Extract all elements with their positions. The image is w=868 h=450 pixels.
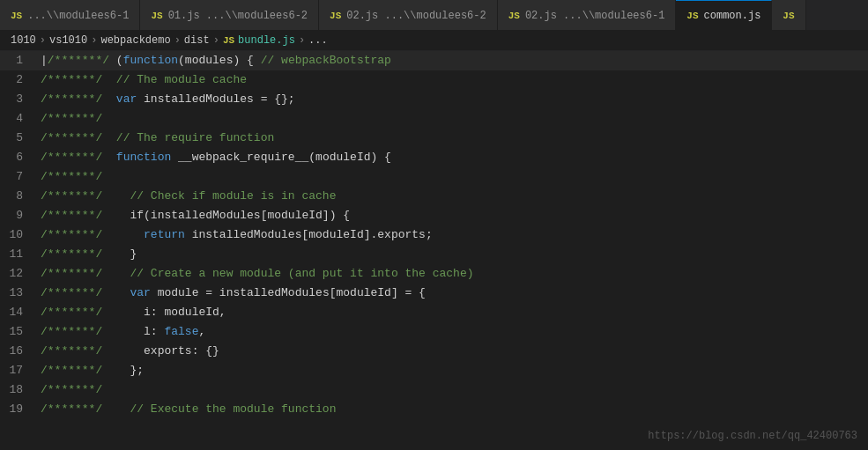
line-num-1: 1: [0, 51, 37, 70]
line-content-6: /*******/ function __webpack_require__(m…: [37, 148, 868, 167]
code-line-2: 2 /*******/ // The module cache: [0, 70, 868, 90]
line-content-11: /*******/ }: [37, 245, 868, 264]
line-num-17: 17: [0, 361, 37, 380]
tab-02js-1[interactable]: JS 02.js ...\\modulees6-2: [319, 0, 498, 31]
tab-02js-2[interactable]: JS 02.js ...\\modulees6-1: [498, 0, 677, 31]
code-line-13: 13 /*******/ var module = installedModul…: [0, 284, 868, 303]
breadcrumb-ellipsis: ...: [308, 34, 328, 47]
line-num-10: 10: [0, 225, 37, 245]
line-content-18: /*******/: [37, 380, 868, 400]
line-num-9: 9: [0, 206, 37, 225]
code-line-16: 16 /*******/ exports: {}: [0, 342, 868, 361]
line-num-2: 2: [0, 70, 37, 90]
js-icon-3: JS: [330, 11, 341, 21]
tab-modulees6-1[interactable]: JS ...\\modulees6-1: [0, 0, 140, 31]
line-content-8: /*******/ // Check if module is in cache: [37, 187, 868, 206]
line-content-9: /*******/ if(installedModules[moduleId])…: [37, 206, 868, 225]
js-icon-4: JS: [508, 11, 520, 21]
js-icon-6: JS: [783, 11, 794, 21]
line-num-13: 13: [0, 284, 37, 303]
breadcrumb-vs1010: vs1010: [49, 34, 87, 47]
line-num-18: 18: [0, 380, 37, 400]
code-editor: 1 |/*******/ (function(modules) { // web…: [0, 51, 868, 446]
line-num-3: 3: [0, 90, 37, 109]
line-num-12: 12: [0, 264, 37, 284]
line-content-7: /*******/: [37, 167, 868, 187]
js-icon-2: JS: [151, 11, 162, 21]
code-line-3: 3 /*******/ var installedModules = {};: [0, 90, 868, 109]
code-line-19: 19 /*******/ // Execute the module funct…: [0, 400, 868, 419]
line-num-11: 11: [0, 245, 37, 264]
code-line-6: 6 /*******/ function __webpack_require__…: [0, 148, 868, 167]
tab-label-4: 02.js ...\\modulees6-1: [525, 10, 664, 22]
line-num-5: 5: [0, 129, 37, 148]
tab-bar: JS ...\\modulees6-1 JS 01.js ...\\module…: [0, 0, 868, 31]
watermark: https://blog.csdn.net/qq_42400763: [648, 430, 857, 442]
line-content-17: /*******/ };: [37, 361, 868, 380]
breadcrumb-webpackdemo: webpackdemo: [100, 34, 170, 47]
line-content-14: /*******/ i: moduleId,: [37, 303, 868, 322]
code-line-18: 18 /*******/: [0, 380, 868, 400]
breadcrumb-dist: dist: [184, 34, 210, 47]
breadcrumb: 1010 › vs1010 › webpackdemo › dist › JS …: [0, 31, 868, 51]
line-content-4: /*******/: [37, 109, 868, 129]
line-num-16: 16: [0, 342, 37, 361]
line-content-2: /*******/ // The module cache: [37, 70, 868, 90]
line-content-1: |/*******/ (function(modules) { // webpa…: [37, 51, 868, 70]
line-content-10: /*******/ return installedModules[module…: [37, 225, 868, 245]
code-line-14: 14 /*******/ i: moduleId,: [0, 303, 868, 322]
line-num-14: 14: [0, 303, 37, 322]
code-line-15: 15 /*******/ l: false,: [0, 322, 868, 342]
tab-label-5: common.js: [704, 10, 761, 22]
line-num-7: 7: [0, 167, 37, 187]
js-icon-1: JS: [11, 11, 22, 21]
code-line-5: 5 /*******/ // The require function: [0, 129, 868, 148]
code-line-17: 17 /*******/ };: [0, 361, 868, 380]
line-num-6: 6: [0, 148, 37, 167]
breadcrumb-filename: bundle.js: [238, 34, 295, 47]
line-content-3: /*******/ var installedModules = {};: [37, 90, 868, 109]
line-content-16: /*******/ exports: {}: [37, 342, 868, 361]
js-icon-5: JS: [686, 11, 698, 21]
line-num-4: 4: [0, 109, 37, 129]
tab-label-3: 02.js ...\\modulees6-2: [346, 10, 486, 22]
code-line-4: 4 /*******/: [0, 109, 868, 129]
code-line-11: 11 /*******/ }: [0, 245, 868, 264]
breadcrumb-js-icon: JS: [223, 35, 234, 46]
code-line-12: 12 /*******/ // Create a new module (and…: [0, 264, 868, 284]
line-content-13: /*******/ var module = installedModules[…: [37, 284, 868, 303]
line-num-15: 15: [0, 322, 37, 342]
line-content-15: /*******/ l: false,: [37, 322, 868, 342]
code-line-8: 8 /*******/ // Check if module is in cac…: [0, 187, 868, 206]
line-content-12: /*******/ // Create a new module (and pu…: [37, 264, 868, 284]
line-content-5: /*******/ // The require function: [37, 129, 868, 148]
line-content-19: /*******/ // Execute the module function: [37, 400, 868, 419]
line-num-8: 8: [0, 187, 37, 206]
code-line-7: 7 /*******/: [0, 167, 868, 187]
breadcrumb-1010: 1010: [11, 34, 36, 47]
tab-extra[interactable]: JS: [772, 0, 805, 31]
line-num-19: 19: [0, 400, 37, 419]
code-line-1: 1 |/*******/ (function(modules) { // web…: [0, 51, 868, 70]
tab-01js[interactable]: JS 01.js ...\\modulees6-2: [140, 0, 319, 31]
tab-label-2: 01.js ...\\modulees6-2: [168, 10, 308, 22]
tab-label-1: ...\\modulees6-1: [27, 10, 129, 22]
code-line-10: 10 /*******/ return installedModules[mod…: [0, 225, 868, 245]
tab-commonjs[interactable]: JS common.js: [676, 0, 772, 31]
code-line-9: 9 /*******/ if(installedModules[moduleId…: [0, 206, 868, 225]
